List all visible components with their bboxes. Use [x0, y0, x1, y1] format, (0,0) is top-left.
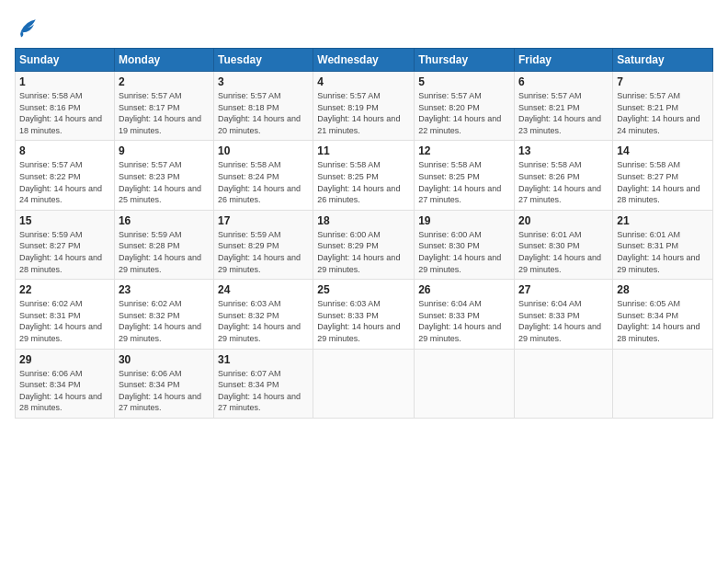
day-info: Sunrise: 5:58 AMSunset: 8:16 PMDaylight:… — [19, 90, 110, 136]
calendar-cell: 31Sunrise: 6:07 AMSunset: 8:34 PMDayligh… — [214, 349, 313, 418]
day-number: 20 — [518, 214, 609, 227]
day-number: 5 — [418, 75, 510, 88]
day-info: Sunrise: 5:58 AMSunset: 8:25 PMDaylight:… — [317, 159, 410, 205]
calendar-cell: 2Sunrise: 5:57 AMSunset: 8:17 PMDaylight… — [114, 72, 213, 141]
calendar-cell: 29Sunrise: 6:06 AMSunset: 8:34 PMDayligh… — [16, 349, 115, 418]
day-number: 1 — [19, 75, 110, 88]
calendar-cell — [613, 349, 713, 418]
day-number: 3 — [218, 75, 309, 88]
calendar-week-row: 1Sunrise: 5:58 AMSunset: 8:16 PMDaylight… — [16, 72, 713, 141]
day-number: 24 — [218, 283, 309, 296]
day-number: 17 — [218, 214, 309, 227]
day-number: 27 — [518, 283, 609, 296]
calendar-week-row: 8Sunrise: 5:57 AMSunset: 8:22 PMDaylight… — [16, 141, 713, 210]
day-number: 28 — [617, 283, 709, 296]
day-number: 19 — [418, 214, 510, 227]
day-number: 2 — [119, 75, 210, 88]
weekday-header-monday: Monday — [114, 49, 213, 72]
calendar-cell: 21Sunrise: 6:01 AMSunset: 8:31 PMDayligh… — [613, 210, 713, 279]
calendar-cell: 11Sunrise: 5:58 AMSunset: 8:25 PMDayligh… — [313, 141, 415, 210]
calendar-cell: 23Sunrise: 6:02 AMSunset: 8:32 PMDayligh… — [114, 280, 213, 349]
calendar-cell: 7Sunrise: 5:57 AMSunset: 8:21 PMDaylight… — [613, 72, 713, 141]
day-info: Sunrise: 6:01 AMSunset: 8:31 PMDaylight:… — [617, 229, 709, 275]
day-number: 18 — [317, 214, 410, 227]
day-number: 25 — [317, 283, 410, 296]
calendar-cell: 3Sunrise: 5:57 AMSunset: 8:18 PMDaylight… — [214, 72, 313, 141]
calendar-cell: 1Sunrise: 5:58 AMSunset: 8:16 PMDaylight… — [16, 72, 115, 141]
calendar-cell: 6Sunrise: 5:57 AMSunset: 8:21 PMDaylight… — [515, 72, 613, 141]
calendar-cell: 28Sunrise: 6:05 AMSunset: 8:34 PMDayligh… — [613, 280, 713, 349]
day-number: 31 — [218, 353, 309, 366]
day-number: 6 — [518, 75, 609, 88]
weekday-header-friday: Friday — [515, 49, 613, 72]
weekday-header-row: SundayMondayTuesdayWednesdayThursdayFrid… — [16, 49, 713, 72]
calendar-week-row: 29Sunrise: 6:06 AMSunset: 8:34 PMDayligh… — [16, 349, 713, 418]
logo-bird-icon — [15, 15, 40, 40]
day-info: Sunrise: 5:57 AMSunset: 8:18 PMDaylight:… — [218, 90, 309, 136]
logo — [15, 15, 42, 40]
day-number: 12 — [418, 144, 510, 157]
day-info: Sunrise: 6:00 AMSunset: 8:29 PMDaylight:… — [317, 229, 410, 275]
day-info: Sunrise: 5:57 AMSunset: 8:17 PMDaylight:… — [119, 90, 210, 136]
day-info: Sunrise: 5:57 AMSunset: 8:20 PMDaylight:… — [418, 90, 510, 136]
calendar-cell — [515, 349, 613, 418]
weekday-header-thursday: Thursday — [415, 49, 515, 72]
day-number: 13 — [518, 144, 609, 157]
day-number: 16 — [119, 214, 210, 227]
day-number: 30 — [119, 353, 210, 366]
day-info: Sunrise: 5:58 AMSunset: 8:25 PMDaylight:… — [418, 159, 510, 205]
day-info: Sunrise: 5:59 AMSunset: 8:29 PMDaylight:… — [218, 229, 309, 275]
calendar-week-row: 22Sunrise: 6:02 AMSunset: 8:31 PMDayligh… — [16, 280, 713, 349]
day-info: Sunrise: 6:01 AMSunset: 8:30 PMDaylight:… — [518, 229, 609, 275]
calendar-cell: 18Sunrise: 6:00 AMSunset: 8:29 PMDayligh… — [313, 210, 415, 279]
calendar-cell: 10Sunrise: 5:58 AMSunset: 8:24 PMDayligh… — [214, 141, 313, 210]
day-info: Sunrise: 6:06 AMSunset: 8:34 PMDaylight:… — [119, 368, 210, 414]
day-number: 9 — [119, 144, 210, 157]
day-number: 15 — [19, 214, 110, 227]
day-info: Sunrise: 6:00 AMSunset: 8:30 PMDaylight:… — [418, 229, 510, 275]
calendar-cell: 24Sunrise: 6:03 AMSunset: 8:32 PMDayligh… — [214, 280, 313, 349]
calendar-cell: 4Sunrise: 5:57 AMSunset: 8:19 PMDaylight… — [313, 72, 415, 141]
day-info: Sunrise: 5:57 AMSunset: 8:22 PMDaylight:… — [19, 159, 110, 205]
day-info: Sunrise: 5:58 AMSunset: 8:26 PMDaylight:… — [518, 159, 609, 205]
calendar-cell — [313, 349, 415, 418]
calendar-week-row: 15Sunrise: 5:59 AMSunset: 8:27 PMDayligh… — [16, 210, 713, 279]
day-number: 21 — [617, 214, 709, 227]
day-info: Sunrise: 5:57 AMSunset: 8:21 PMDaylight:… — [617, 90, 709, 136]
day-info: Sunrise: 6:06 AMSunset: 8:34 PMDaylight:… — [19, 368, 110, 414]
day-info: Sunrise: 5:58 AMSunset: 8:24 PMDaylight:… — [218, 159, 309, 205]
calendar-cell: 30Sunrise: 6:06 AMSunset: 8:34 PMDayligh… — [114, 349, 213, 418]
weekday-header-wednesday: Wednesday — [313, 49, 415, 72]
calendar-cell: 5Sunrise: 5:57 AMSunset: 8:20 PMDaylight… — [415, 72, 515, 141]
day-number: 26 — [418, 283, 510, 296]
day-number: 7 — [617, 75, 709, 88]
day-number: 22 — [19, 283, 110, 296]
day-info: Sunrise: 6:04 AMSunset: 8:33 PMDaylight:… — [518, 298, 609, 344]
day-number: 4 — [317, 75, 410, 88]
day-info: Sunrise: 5:58 AMSunset: 8:27 PMDaylight:… — [617, 159, 709, 205]
day-info: Sunrise: 6:04 AMSunset: 8:33 PMDaylight:… — [418, 298, 510, 344]
day-info: Sunrise: 5:59 AMSunset: 8:28 PMDaylight:… — [119, 229, 210, 275]
day-number: 8 — [19, 144, 110, 157]
weekday-header-sunday: Sunday — [16, 49, 115, 72]
day-number: 10 — [218, 144, 309, 157]
calendar-page: SundayMondayTuesdayWednesdayThursdayFrid… — [0, 0, 728, 563]
day-number: 14 — [617, 144, 709, 157]
calendar-cell: 8Sunrise: 5:57 AMSunset: 8:22 PMDaylight… — [16, 141, 115, 210]
calendar-cell: 20Sunrise: 6:01 AMSunset: 8:30 PMDayligh… — [515, 210, 613, 279]
calendar-cell: 26Sunrise: 6:04 AMSunset: 8:33 PMDayligh… — [415, 280, 515, 349]
day-info: Sunrise: 6:07 AMSunset: 8:34 PMDaylight:… — [218, 368, 309, 414]
calendar-cell: 16Sunrise: 5:59 AMSunset: 8:28 PMDayligh… — [114, 210, 213, 279]
day-info: Sunrise: 6:05 AMSunset: 8:34 PMDaylight:… — [617, 298, 709, 344]
calendar-cell: 12Sunrise: 5:58 AMSunset: 8:25 PMDayligh… — [415, 141, 515, 210]
calendar-cell: 9Sunrise: 5:57 AMSunset: 8:23 PMDaylight… — [114, 141, 213, 210]
day-info: Sunrise: 5:59 AMSunset: 8:27 PMDaylight:… — [19, 229, 110, 275]
day-info: Sunrise: 5:57 AMSunset: 8:21 PMDaylight:… — [518, 90, 609, 136]
weekday-header-saturday: Saturday — [613, 49, 713, 72]
calendar-cell: 22Sunrise: 6:02 AMSunset: 8:31 PMDayligh… — [16, 280, 115, 349]
calendar-cell: 27Sunrise: 6:04 AMSunset: 8:33 PMDayligh… — [515, 280, 613, 349]
day-info: Sunrise: 5:57 AMSunset: 8:23 PMDaylight:… — [119, 159, 210, 205]
day-number: 11 — [317, 144, 410, 157]
calendar-cell: 25Sunrise: 6:03 AMSunset: 8:33 PMDayligh… — [313, 280, 415, 349]
calendar-cell: 17Sunrise: 5:59 AMSunset: 8:29 PMDayligh… — [214, 210, 313, 279]
